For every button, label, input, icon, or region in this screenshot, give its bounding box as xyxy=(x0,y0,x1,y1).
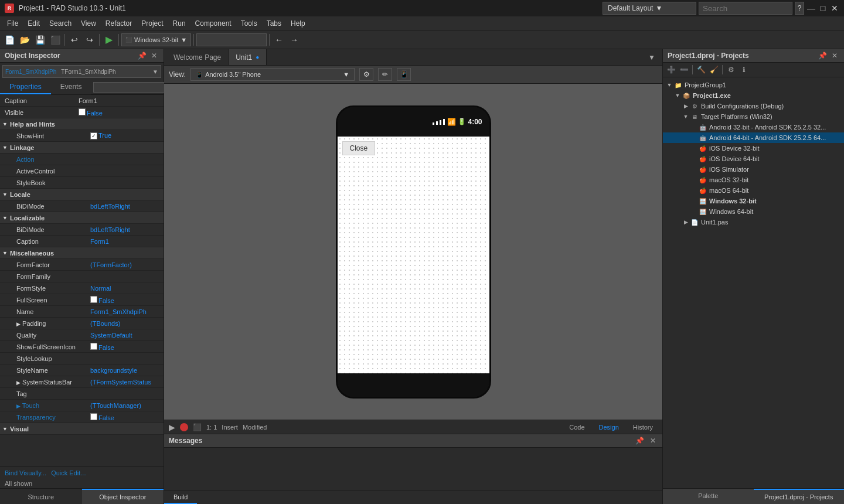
prop-row-name[interactable]: Name Form1_SmXhdpiPh xyxy=(0,306,164,318)
tab-overflow-button[interactable]: ▼ xyxy=(644,53,660,62)
proj-add-button[interactable]: ➕ xyxy=(665,64,677,76)
prop-row-caption[interactable]: Caption Form1 xyxy=(0,95,164,107)
build-button[interactable]: ▶ xyxy=(102,33,116,47)
section-miscellaneous[interactable]: ▼Miscellaneous xyxy=(0,247,164,259)
bind-visually-link[interactable]: Bind Visually... xyxy=(5,469,46,476)
transparency-checkbox[interactable] xyxy=(90,413,97,420)
menu-item-file[interactable]: File xyxy=(2,16,23,30)
showfullscreenicon-checkbox[interactable] xyxy=(90,343,97,350)
prop-row-formstyle[interactable]: FormStyle Normal xyxy=(0,282,164,294)
tab-code[interactable]: Code xyxy=(564,424,589,431)
open-button[interactable]: 📂 xyxy=(18,33,32,47)
tab-design[interactable]: Design xyxy=(594,424,624,431)
menu-item-help[interactable]: Help xyxy=(286,16,310,30)
prop-row-showhint[interactable]: ShowHint True xyxy=(0,130,164,142)
proj-remove-button[interactable]: ➖ xyxy=(678,64,690,76)
tree-item-android32[interactable]: 🤖 Android 32-bit - Android SDK 25.2.5 32… xyxy=(663,122,844,132)
tab-structure[interactable]: Structure xyxy=(0,489,82,504)
view-selector-dropdown[interactable]: 📱 Android 3.5" Phone ▼ xyxy=(190,68,355,81)
menu-item-project[interactable]: Project xyxy=(137,16,168,30)
platform-dropdown[interactable]: ⬛ Windows 32-bit ▼ xyxy=(121,33,191,46)
tab-build[interactable]: Build xyxy=(164,491,197,504)
tab-welcome-page[interactable]: Welcome Page xyxy=(166,49,229,65)
design-tool-btn-1[interactable]: ⚙ xyxy=(359,68,373,81)
proj-info-button[interactable]: ℹ xyxy=(738,64,750,76)
section-locale[interactable]: ▼Locale xyxy=(0,189,164,200)
prop-row-visible[interactable]: Visible False xyxy=(0,107,164,118)
tree-item-windows32[interactable]: 🪟 Windows 32-bit xyxy=(663,196,844,206)
play-button[interactable]: ▶ xyxy=(169,423,175,432)
tree-item-macos32[interactable]: 🍎 macOS 32-bit xyxy=(663,175,844,185)
tree-item-unit1pas[interactable]: ▶ 📄 Unit1.pas xyxy=(663,217,844,227)
prop-row-stylename[interactable]: StyleName backgroundstyle xyxy=(0,365,164,376)
forward-button[interactable]: → xyxy=(287,33,301,47)
prop-row-formfamily[interactable]: FormFamily xyxy=(0,271,164,282)
design-canvas[interactable]: 📶 🔋 4:00 Close xyxy=(164,84,662,420)
design-tool-btn-2[interactable]: ✏ xyxy=(378,68,392,81)
pin-inspector-button[interactable]: 📌 xyxy=(136,52,148,60)
tree-item-buildconfig[interactable]: ▶ ⚙ Build Configurations (Debug) xyxy=(663,101,844,111)
visible-checkbox[interactable] xyxy=(79,108,86,115)
tab-palette[interactable]: Palette xyxy=(663,489,754,504)
tab-history[interactable]: History xyxy=(628,424,658,431)
fullscreen-checkbox[interactable] xyxy=(90,296,97,303)
prop-row-transparency[interactable]: Transparency False xyxy=(0,411,164,423)
prop-row-action[interactable]: Action xyxy=(0,154,164,165)
maximize-button[interactable]: □ xyxy=(818,4,828,13)
tree-item-iossimulator[interactable]: 🍎 iOS Simulator xyxy=(663,164,844,175)
section-localizable[interactable]: ▼Localizable xyxy=(0,212,164,224)
prop-row-caption-localizable[interactable]: Caption Form1 xyxy=(0,236,164,247)
step-button[interactable]: ⬛ xyxy=(193,423,202,431)
layout-dropdown[interactable]: Default Layout ▼ xyxy=(603,2,696,15)
phone-screen[interactable]: Close xyxy=(338,137,489,373)
prop-row-formfactor[interactable]: FormFactor (TFormFactor) xyxy=(0,259,164,271)
prop-row-activecontrol[interactable]: ActiveControl xyxy=(0,165,164,177)
prop-row-stylebook[interactable]: StyleBook xyxy=(0,177,164,189)
close-projects-button[interactable]: ✕ xyxy=(830,52,839,60)
save-button[interactable]: 💾 xyxy=(33,33,47,47)
prop-row-touch[interactable]: ▶ Touch (TTouchManager) xyxy=(0,400,164,411)
object-selector-dropdown[interactable]: Form1_SmXhdpiPh TForm1_SmXhdpiPh ▼ xyxy=(2,65,161,78)
pin-projects-button[interactable]: 📌 xyxy=(816,52,829,60)
prop-row-quality[interactable]: Quality SystemDefault xyxy=(0,329,164,341)
tab-properties[interactable]: Properties xyxy=(0,80,51,94)
showhint-checkbox[interactable] xyxy=(90,132,97,139)
prop-row-tag[interactable]: Tag xyxy=(0,388,164,400)
tree-item-android64[interactable]: 🤖 Android 64-bit - Android SDK 25.2.5 64… xyxy=(663,132,844,143)
back-button[interactable]: ← xyxy=(272,33,286,47)
tab-project1dproj[interactable]: Project1.dproj - Projects xyxy=(754,489,845,504)
proj-build-button[interactable]: 🔨 xyxy=(695,64,707,76)
proj-options-button[interactable]: ⚙ xyxy=(725,64,737,76)
section-linkage[interactable]: ▼Linkage xyxy=(0,142,164,154)
close-screen-button[interactable]: Close xyxy=(342,141,376,155)
section-help-hints[interactable]: ▼Help and Hints xyxy=(0,118,164,130)
tree-item-targetplatforms[interactable]: ▼ 🖥 Target Platforms (Win32) xyxy=(663,111,844,122)
section-visual[interactable]: ▼Visual xyxy=(0,423,164,435)
proj-clean-button[interactable]: 🧹 xyxy=(708,64,720,76)
tree-item-projectgroup1[interactable]: ▼ 📁 ProjectGroup1 xyxy=(663,80,844,90)
tab-object-inspector[interactable]: Object Inspector xyxy=(82,489,164,504)
menu-item-tabs[interactable]: Tabs xyxy=(262,16,286,30)
tab-events[interactable]: Events xyxy=(51,80,91,94)
tree-item-ios64[interactable]: 🍎 iOS Device 64-bit xyxy=(663,154,844,164)
tree-item-windows64[interactable]: 🪟 Windows 64-bit xyxy=(663,206,844,217)
menu-item-view[interactable]: View xyxy=(76,16,101,30)
prop-row-stylelookup[interactable]: StyleLookup xyxy=(0,353,164,365)
close-window-button[interactable]: ✕ xyxy=(830,4,839,13)
tree-item-ios32[interactable]: 🍎 iOS Device 32-bit xyxy=(663,143,844,154)
menu-item-edit[interactable]: Edit xyxy=(23,16,45,30)
close-tab-icon[interactable]: ● xyxy=(256,54,259,60)
menu-item-refactor[interactable]: Refactor xyxy=(101,16,137,30)
prop-row-padding[interactable]: ▶ Padding (TBounds) xyxy=(0,318,164,329)
minimize-button[interactable]: — xyxy=(806,4,816,13)
undo-button[interactable]: ↩ xyxy=(67,33,81,47)
menu-item-tools[interactable]: Tools xyxy=(236,16,262,30)
help-button[interactable]: ? xyxy=(795,2,804,15)
pin-messages-button[interactable]: 📌 xyxy=(634,437,646,445)
menu-item-run[interactable]: Run xyxy=(168,16,190,30)
new-button[interactable]: 📄 xyxy=(2,33,16,47)
prop-row-bidimode-locale[interactable]: BiDiMode bdLeftToRight xyxy=(0,200,164,212)
close-inspector-button[interactable]: ✕ xyxy=(149,52,159,60)
prop-row-systemstatusbar[interactable]: ▶ SystemStatusBar (TFormSystemStatus xyxy=(0,376,164,388)
tree-item-project1exe[interactable]: ▼ 📦 Project1.exe xyxy=(663,90,844,101)
